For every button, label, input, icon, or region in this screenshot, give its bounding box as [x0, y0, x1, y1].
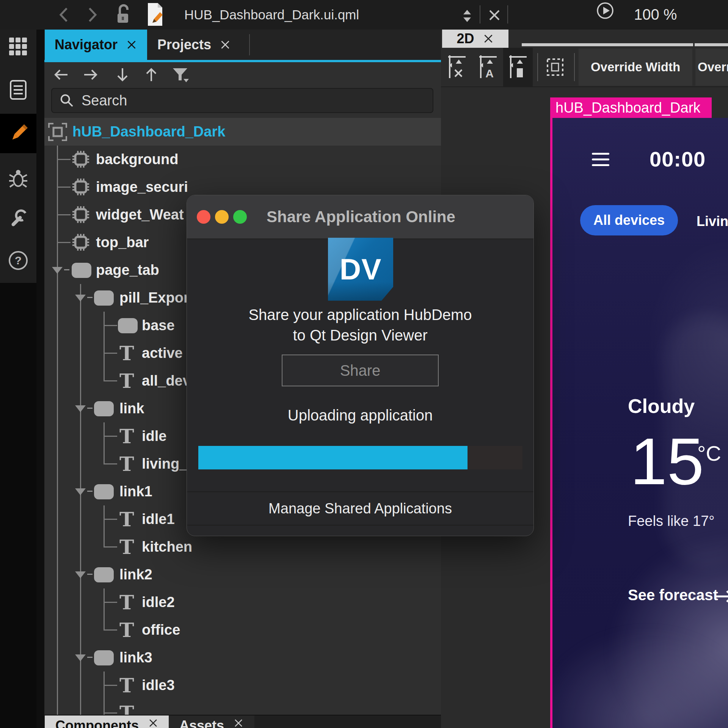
upload-progress-bar: [198, 446, 522, 469]
divider: [537, 53, 538, 81]
text-icon: T: [119, 339, 134, 367]
panel-divider: [36, 30, 44, 728]
zoom-level[interactable]: 100 %: [634, 4, 677, 25]
artboard-label[interactable]: hUB_Dashboard_Dark: [550, 97, 712, 118]
upload-status: Uploading application: [187, 407, 533, 424]
back-chevron-icon[interactable]: [57, 6, 71, 24]
settings-wrench-icon[interactable]: [0, 202, 36, 234]
tree-item[interactable]: background: [44, 146, 441, 173]
expand-triangle-icon[interactable]: [75, 571, 86, 578]
close-icon[interactable]: [483, 33, 494, 44]
close-icon[interactable]: [233, 718, 244, 728]
selection-bracket-icon: [47, 122, 68, 142]
text-icon: T: [119, 367, 134, 395]
divider: [574, 53, 575, 81]
expand-triangle-icon[interactable]: [75, 405, 86, 412]
expand-triangle-icon[interactable]: [75, 295, 86, 301]
traffic-close-icon[interactable]: [197, 210, 210, 224]
traffic-minimize-icon[interactable]: [215, 210, 229, 224]
manage-shared-applications-link[interactable]: Manage Shared Applications: [187, 492, 533, 525]
tree-item[interactable]: T office: [44, 616, 441, 644]
tabbar-edge: [695, 43, 728, 46]
divider: [187, 525, 533, 526]
text-icon: T: [119, 450, 134, 478]
text-icon: T: [119, 616, 134, 644]
see-forecast-link[interactable]: See forecast: [628, 587, 718, 604]
expand-triangle-icon[interactable]: [75, 488, 86, 495]
grid-apps-icon[interactable]: [0, 30, 36, 63]
text-icon: T: [119, 672, 134, 699]
selection-mode-icon[interactable]: [542, 48, 568, 86]
expand-triangle-icon[interactable]: [52, 267, 63, 274]
text-icon: T: [119, 422, 134, 450]
dialog-message: Share your application HubDemo to Qt Des…: [187, 304, 533, 345]
override-text-icon[interactable]: A: [477, 48, 499, 86]
tool-rail: ?: [0, 30, 36, 728]
temperature-value: 15: [630, 428, 704, 494]
bottom-tab-bar: Components Assets: [44, 715, 441, 728]
tab-2d[interactable]: 2D: [442, 30, 508, 48]
tree-item[interactable]: T idle3: [44, 672, 441, 699]
cloud-image: [552, 630, 728, 728]
sort-arrows-icon[interactable]: [460, 8, 475, 24]
override-fill-icon[interactable]: [503, 48, 533, 86]
group-icon: [94, 567, 114, 582]
design-pencil-tool-icon[interactable]: [0, 114, 36, 153]
divider: [480, 5, 480, 24]
component-icon: [72, 150, 90, 168]
group-icon: [118, 318, 138, 333]
component-icon: [72, 206, 90, 224]
component-icon: [72, 178, 90, 196]
clock-label: 00:00: [650, 147, 706, 171]
tab-assets[interactable]: Assets: [169, 715, 254, 728]
tree-item[interactable]: link2: [44, 561, 441, 588]
forward-chevron-icon[interactable]: [86, 6, 99, 24]
override-none-icon[interactable]: [446, 48, 468, 86]
text-icon: T: [119, 505, 134, 533]
expand-triangle-icon[interactable]: [75, 654, 86, 661]
help-icon[interactable]: ?: [0, 244, 36, 277]
group-icon: [94, 401, 114, 416]
close-icon[interactable]: [148, 718, 158, 728]
tree-item[interactable]: T idle2: [44, 588, 441, 616]
debug-bug-icon[interactable]: [0, 162, 36, 195]
dialog-title-bar[interactable]: Share Application Online: [187, 195, 533, 239]
top-bar: HUB_Dashboard_Dark.ui.qml 100 %: [0, 0, 728, 30]
feels-like-label: Feels like 17°: [628, 513, 715, 529]
forecast-arrow-icon[interactable]: [713, 587, 728, 606]
weather-condition-label: Cloudy: [628, 395, 695, 417]
living-room-tab[interactable]: Living: [697, 213, 728, 229]
file-edit-icon: [145, 2, 166, 27]
temperature-unit: °C: [697, 441, 721, 466]
override-height-button[interactable]: Overri: [695, 49, 728, 86]
group-icon: [94, 650, 114, 665]
close-document-icon[interactable]: [486, 7, 503, 24]
traffic-zoom-icon[interactable]: [233, 210, 247, 224]
dialog-title: Share Application Online: [267, 195, 455, 238]
all-devices-button[interactable]: All devices: [580, 205, 678, 235]
hamburger-menu-icon[interactable]: [592, 153, 609, 170]
group-icon: [72, 263, 91, 278]
qt-design-studio-window: HUB_Dashboard_Dark.ui.qml 100 %: [0, 0, 728, 728]
document-title: HUB_Dashboard_Dark.ui.qml: [184, 0, 359, 30]
unlock-icon[interactable]: [114, 3, 133, 26]
svg-text:?: ?: [15, 254, 22, 267]
rail-empty: [0, 283, 36, 728]
document-list-icon[interactable]: [0, 74, 36, 106]
design-viewer-logo: DV: [328, 238, 393, 301]
svg-text:A: A: [485, 67, 494, 80]
tree-item[interactable]: link3: [44, 644, 441, 672]
override-width-button[interactable]: Override Width: [579, 49, 692, 86]
artboard-preview: 00:00 All devices Living Cloudy 15 °C Fe…: [552, 118, 728, 728]
group-icon: [94, 484, 114, 499]
tree-item-root[interactable]: hUB_Dashboard_Dark: [44, 118, 441, 146]
tree-item[interactable]: T kitchen: [44, 533, 441, 561]
share-button[interactable]: Share: [282, 355, 439, 386]
run-play-icon[interactable]: [596, 2, 614, 20]
component-icon: [72, 233, 90, 251]
share-application-dialog: Share Application Online DV Share your a…: [187, 195, 534, 536]
upload-progress-fill: [198, 446, 468, 469]
text-icon: T: [119, 588, 134, 616]
tab-components[interactable]: Components: [45, 715, 169, 728]
divider: [507, 5, 508, 24]
